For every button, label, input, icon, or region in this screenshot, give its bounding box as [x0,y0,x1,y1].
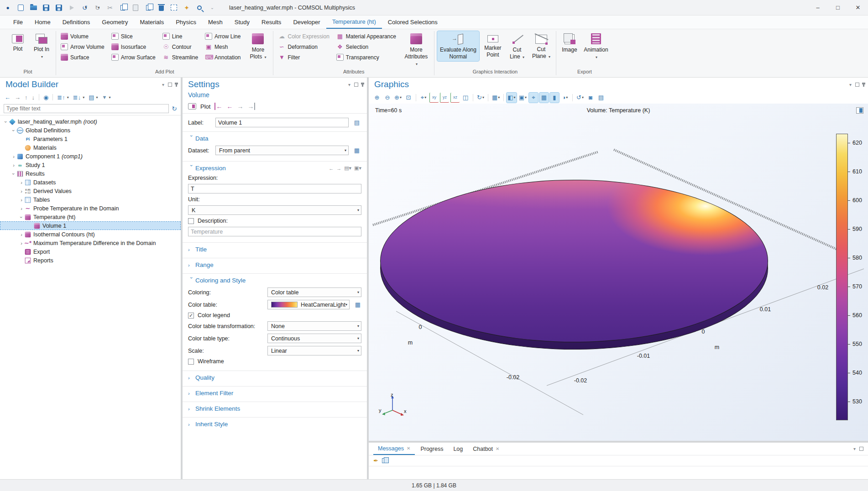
insert-expression-icon[interactable]: ▣▾ [354,165,361,171]
tree-node-parameters[interactable]: PiParameters 1 [0,135,181,143]
tab-log[interactable]: Log [449,443,467,455]
first-plot-icon[interactable]: ← [214,103,222,110]
marker-point-button[interactable]: Marker Point [481,31,505,59]
plot-button[interactable]: Plot [7,31,28,53]
deformation-button[interactable]: ∽Deformation [276,42,332,52]
tree-node-component[interactable]: ›Component 1(comp1) [0,152,181,161]
contour-button[interactable]: ☉Contour [161,42,201,52]
tab-messages[interactable]: Messages✕ [373,443,415,455]
tab-study[interactable]: Study [229,16,256,29]
collapse-all-icon[interactable]: ≣↑ [57,94,65,101]
tree-node-volume-1[interactable]: Volume 1 [0,221,181,230]
copy-icon[interactable] [119,4,127,12]
panel-menu-icon[interactable]: ▾ [162,82,164,87]
tab-chatbot[interactable]: Chatbot✕ [468,443,504,455]
snapshot-icon[interactable]: ◙ [586,93,595,103]
dataset-select[interactable]: From parent▾ [215,146,349,155]
back-icon[interactable]: ← [5,94,10,101]
redo-icon[interactable]: ↻▾ [93,4,101,12]
show-axes-icon[interactable]: ⌖ [529,93,538,103]
replace-expression-icon[interactable]: ▤▾ [344,165,351,171]
more-plots-button[interactable]: More Plots ▾ [246,31,270,61]
delete-icon[interactable] [157,4,165,12]
tab-results[interactable]: Results [256,16,287,29]
arrow-volume-button[interactable]: Arrow Volume [59,42,108,52]
next-plot-icon[interactable]: → [237,103,243,110]
previous-plot-icon[interactable]: ← [226,103,233,110]
filter-tree-icon[interactable]: ▼ [102,94,107,100]
tree-node-datasets[interactable]: ›Datasets [0,178,181,187]
tree-node-materials[interactable]: Materials [0,143,181,152]
tree-node-temperature-ht[interactable]: ›Temperature (ht) [0,213,181,221]
rename-icon[interactable]: ▤ [352,118,361,127]
isosurface-button[interactable]: Isosurface [110,42,159,52]
print-icon[interactable]: ▤ [596,93,606,103]
view-yz-icon[interactable]: yz [440,93,449,103]
next-expression-icon[interactable]: → [336,166,341,171]
panel-menu-icon[interactable]: ▾ [849,82,852,87]
float-panel-icon[interactable] [859,447,863,451]
move-down-icon[interactable]: ↓ [32,94,35,101]
open-file-icon[interactable] [29,4,37,12]
tree-node-reports[interactable]: Reports [0,256,181,265]
close-button[interactable]: ✕ [848,0,868,15]
tab-definitions[interactable]: Definitions [57,16,96,29]
color-table-select[interactable]: HeatCameraLight▾ [267,300,350,309]
image-button[interactable]: Image [559,31,580,54]
pin-panel-icon[interactable] [176,83,177,87]
animation-button[interactable]: Animation▾ [582,31,610,61]
tab-progress[interactable]: Progress [416,443,448,455]
section-expression[interactable]: ›Expression ← → ▤▾ ▣▾ [183,164,367,172]
show-grid-icon[interactable]: ▦ [539,93,549,103]
orthographic-icon[interactable]: ◫ [461,93,470,103]
pin-panel-icon[interactable] [863,83,864,87]
save-icon[interactable] [42,4,50,12]
node-order-icon[interactable]: ▤ [89,94,94,101]
tab-colored-selections[interactable]: Colored Selections [382,16,444,29]
minimize-button[interactable]: – [808,0,828,15]
tree-node-results[interactable]: ›Results [0,169,181,178]
streamline-button[interactable]: ≋Streamline [161,52,201,63]
settings-plot-button[interactable]: Plot [200,103,210,110]
annotation-button[interactable]: ⌨Annotation [203,52,244,63]
section-element-filter[interactable]: ›Element Filter [183,389,367,397]
section-title[interactable]: ›Title [183,246,367,253]
tree-filter-input[interactable] [4,104,169,113]
tab-file[interactable]: File [7,16,29,29]
evaluate-along-normal-button[interactable]: Evaluate Along Normal [437,31,479,61]
cut-plane-button[interactable]: Cut Plane ▾ [529,31,553,61]
float-panel-icon[interactable] [855,83,859,87]
section-shrink-elements[interactable]: ›Shrink Elements [183,405,367,413]
paste-icon[interactable] [131,4,140,12]
close-tab-icon[interactable]: ✕ [407,446,410,451]
scale-select[interactable]: Linear▾ [267,346,361,355]
surface-button[interactable]: Surface [59,52,108,63]
clear-messages-icon[interactable]: ✒ [373,457,378,464]
tree-node-isothermal-contours[interactable]: ›Isothermal Contours (ht) [0,230,181,239]
go-to-source-icon[interactable]: ▦ [352,146,361,155]
move-up-icon[interactable]: ↑ [25,94,28,101]
undo-icon[interactable]: ↺▾ [80,4,89,12]
label-input[interactable] [215,118,349,127]
tree-node-probe-temperature[interactable]: ›∼Probe Temperature in the Domain [0,204,181,213]
transparency-button[interactable]: Transparency [335,52,399,63]
prev-expression-icon[interactable]: ← [329,166,334,171]
plot-in-button[interactable]: Plot In ▾ [30,31,53,61]
arrow-line-button[interactable]: Arrow Line [203,31,244,42]
tree-node-max-temp-difference[interactable]: ›∼*Maximum Temperature Difference in the… [0,239,181,247]
wireframe-checkbox[interactable] [188,359,194,365]
section-coloring-style[interactable]: ›Coloring and Style [183,277,367,284]
description-input[interactable] [188,227,361,236]
tab-geometry[interactable]: Geometry [96,16,134,29]
section-inherit-style[interactable]: ›Inherit Style [183,420,367,428]
tab-mesh[interactable]: Mesh [202,16,229,29]
plot-area[interactable]: Time=60 s Volume: Temperature (K) 0.02 0… [369,104,868,441]
float-panel-icon[interactable] [168,83,172,87]
forward-icon[interactable]: → [15,94,21,101]
transparency-cube-icon[interactable]: ▣▾ [518,93,528,103]
expression-input[interactable] [188,184,361,193]
slice-button[interactable]: Slice [110,31,159,42]
section-quality[interactable]: ›Quality [183,374,367,381]
close-tab-icon[interactable]: ✕ [496,446,499,451]
tab-temperature-ht[interactable]: Temperature (ht) [326,16,382,29]
